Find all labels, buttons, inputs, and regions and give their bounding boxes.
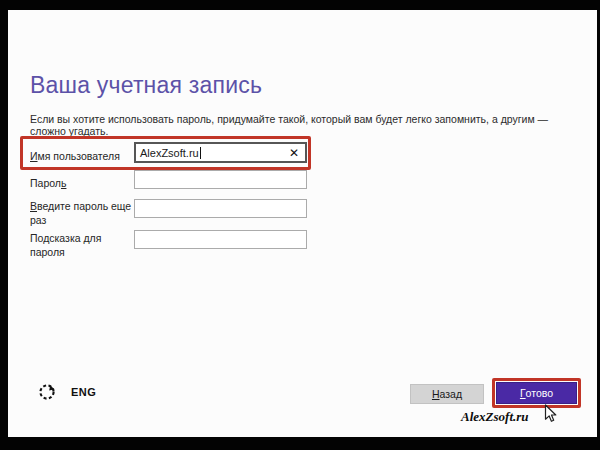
setup-window: Ваша учетная запись Если вы хотите испол…: [0, 0, 600, 450]
clear-icon[interactable]: ✕: [287, 147, 301, 159]
mouse-cursor-icon: [544, 404, 558, 424]
password-hint-label: Подсказка для пароля: [30, 231, 132, 259]
username-value: AlexZsoft.ru: [140, 147, 199, 159]
language-indicator[interactable]: ENG: [71, 386, 96, 398]
password-label: Пароль: [30, 176, 132, 190]
username-input[interactable]: AlexZsoft.ru ✕: [134, 142, 307, 163]
page-subtitle: Если вы хотите использовать пароль, прид…: [30, 113, 575, 137]
username-label: Имя пользователя: [30, 149, 132, 163]
back-button[interactable]: Назад: [410, 384, 484, 404]
password-input[interactable]: [134, 170, 307, 189]
page-title: Ваша учетная запись: [30, 72, 262, 99]
finish-button[interactable]: Готово: [496, 382, 577, 404]
reenter-password-label: Введите пароль еще раз: [30, 199, 132, 227]
reenter-password-input[interactable]: [134, 199, 307, 218]
finish-highlight-box: Готово: [492, 378, 581, 408]
text-caret: [200, 147, 201, 159]
ease-of-access-icon[interactable]: [38, 383, 56, 401]
password-hint-input[interactable]: [134, 230, 307, 249]
watermark: AlexZsoft.ru: [461, 409, 529, 425]
